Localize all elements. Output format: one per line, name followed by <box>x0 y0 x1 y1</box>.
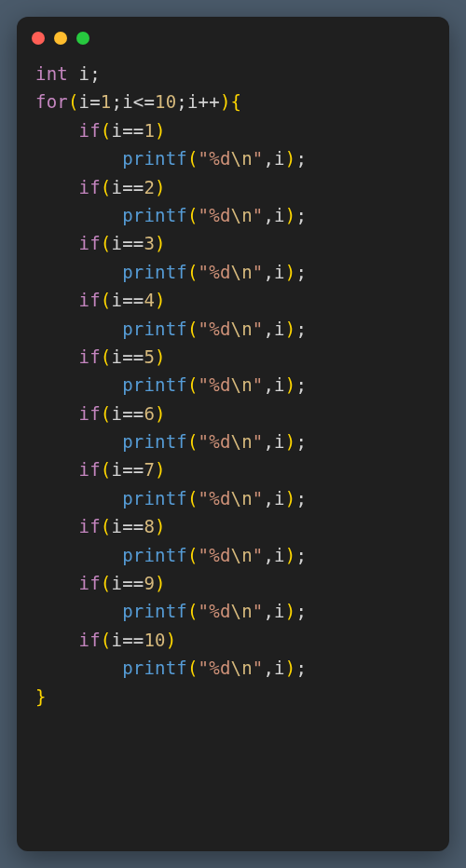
maximize-icon[interactable] <box>76 32 89 45</box>
window-titlebar <box>17 17 449 60</box>
minimize-icon[interactable] <box>54 32 67 45</box>
close-icon[interactable] <box>32 32 45 45</box>
code-window: int i; for(i=1;i<=10;i++){ if(i==1) prin… <box>17 17 449 851</box>
code-content: int i; for(i=1;i<=10;i++){ if(i==1) prin… <box>17 60 449 729</box>
